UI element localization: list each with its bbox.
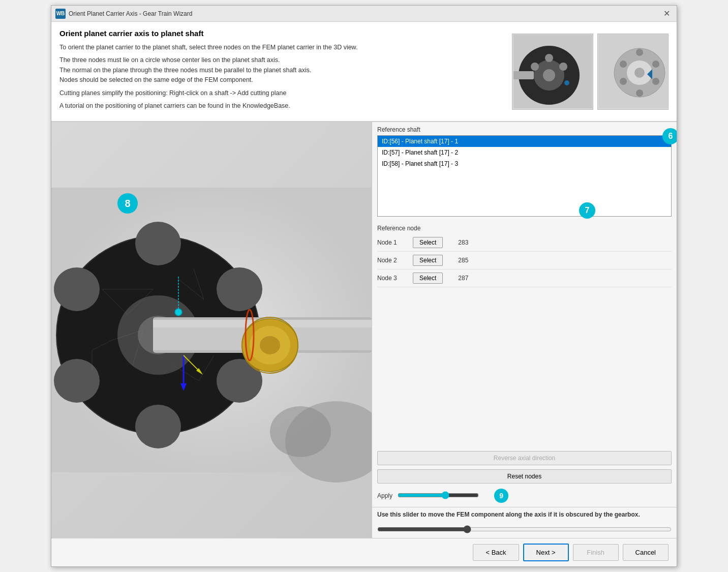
- title-bar-left: WB Orient Planet Carrier Axis - Gear Tra…: [55, 9, 192, 19]
- step-badge-6: 6: [662, 128, 677, 144]
- svg-point-7: [531, 63, 539, 71]
- node-3-select-button[interactable]: Select: [413, 273, 443, 284]
- page-title: Orient planet carrier axis to planet sha…: [59, 29, 504, 38]
- svg-point-18: [620, 61, 627, 68]
- svg-point-15: [652, 78, 659, 85]
- shaft-item-0[interactable]: ID:[56] - Planet shaft [17] - 1: [378, 136, 671, 147]
- instruction-line-1: To orient the planet carrier to the plan…: [59, 43, 504, 52]
- 3d-view-content: 8: [51, 122, 372, 538]
- svg-point-3: [543, 69, 555, 81]
- 3d-model-svg: [51, 122, 372, 538]
- svg-point-6: [559, 63, 567, 71]
- reverse-axial-button[interactable]: Reverse axial direction: [377, 451, 672, 465]
- title-bar: WB Orient Planet Carrier Axis - Gear Tra…: [51, 6, 677, 22]
- svg-point-12: [634, 68, 645, 78]
- instruction-line-4: A tutorial on the positioning of planet …: [59, 101, 504, 111]
- next-button[interactable]: Next >: [523, 544, 569, 561]
- main-area: 8: [51, 122, 677, 538]
- 3d-view: 8: [51, 122, 372, 538]
- node-1-row: Node 1 Select 283: [377, 234, 672, 252]
- node-1-label: Node 1: [377, 239, 408, 246]
- shaft-list: ID:[56] - Planet shaft [17] - 1 ID:[57] …: [377, 135, 672, 217]
- wb-icon: WB: [55, 9, 66, 19]
- window-title: Orient Planet Carrier Axis - Gear Train …: [69, 10, 192, 17]
- divider: [372, 507, 677, 507]
- step-badge-7: 7: [579, 202, 595, 219]
- node-3-value: 287: [458, 275, 468, 282]
- gear-image: [512, 34, 593, 110]
- reference-shaft-label: Reference shaft: [377, 126, 672, 133]
- shaft-item-2[interactable]: ID:[58] - Planet shaft [17] - 3: [378, 158, 671, 169]
- cancel-button[interactable]: Cancel: [623, 544, 669, 561]
- instruction-panel: Orient planet carrier axis to planet sha…: [51, 22, 677, 122]
- node-3-row: Node 3 Select 287: [377, 269, 672, 287]
- back-button[interactable]: < Back: [473, 544, 519, 561]
- reset-nodes-button[interactable]: Reset nodes: [377, 469, 672, 484]
- svg-point-17: [620, 78, 627, 85]
- node-2-row: Node 2 Select 285: [377, 252, 672, 269]
- svg-point-23: [217, 267, 262, 311]
- bottom-navigation: < Back Next > Finish Cancel: [51, 538, 677, 566]
- svg-point-27: [54, 267, 100, 311]
- shaft-item-1[interactable]: ID:[57] - Planet shaft [17] - 2: [378, 147, 671, 158]
- apply-slider[interactable]: [398, 491, 479, 499]
- node-2-select-button[interactable]: Select: [413, 255, 443, 266]
- finish-button[interactable]: Finish: [573, 544, 619, 561]
- main-window: WB Orient Planet Carrier Axis - Gear Tra…: [51, 5, 677, 567]
- node-2-label: Node 2: [377, 257, 408, 264]
- step-badge-9: 9: [494, 489, 508, 503]
- reference-shaft-section: Reference shaft ID:[56] - Planet shaft […: [372, 122, 677, 221]
- reference-node-label: Reference node: [377, 225, 672, 232]
- flange-image: [597, 34, 669, 110]
- step-badge-8: 8: [117, 193, 138, 214]
- instruction-line-2: The three nodes must lie on a circle who…: [59, 55, 504, 85]
- svg-point-16: [636, 89, 643, 97]
- bottom-slider-container: [372, 523, 677, 538]
- svg-point-22: [135, 222, 181, 265]
- svg-rect-4: [513, 71, 534, 79]
- svg-point-26: [54, 359, 100, 403]
- svg-point-5: [545, 54, 553, 62]
- svg-point-25: [135, 405, 181, 448]
- slider-note-text: Use this slider to move the FEM componen…: [377, 511, 640, 518]
- svg-point-8: [564, 80, 569, 85]
- shaft-container: ID:[56] - Planet shaft [17] - 1 ID:[57] …: [377, 135, 672, 217]
- node-2-value: 285: [458, 257, 468, 264]
- node-1-value: 283: [458, 239, 468, 246]
- instruction-line-3: Cutting planes simplify the positioning:…: [59, 88, 504, 98]
- right-panel: Reference shaft ID:[56] - Planet shaft […: [372, 122, 677, 538]
- close-button[interactable]: ✕: [660, 8, 673, 20]
- svg-point-13: [636, 49, 643, 56]
- instruction-images: [512, 29, 669, 114]
- slider-note: Use this slider to move the FEM componen…: [372, 508, 677, 523]
- apply-label: Apply: [377, 492, 392, 499]
- instructions-text: Orient planet carrier axis to planet sha…: [59, 29, 504, 114]
- bottom-slider[interactable]: [377, 525, 672, 533]
- svg-point-14: [652, 61, 659, 68]
- svg-point-55: [270, 406, 331, 457]
- node-1-select-button[interactable]: Select: [413, 237, 443, 248]
- reference-node-section: Reference node 7 Node 1 Select 283 Node …: [372, 221, 677, 447]
- node-3-label: Node 3: [377, 275, 408, 282]
- apply-slider-container: [398, 491, 489, 501]
- apply-row: Apply 9: [372, 486, 677, 506]
- svg-point-46: [260, 336, 280, 354]
